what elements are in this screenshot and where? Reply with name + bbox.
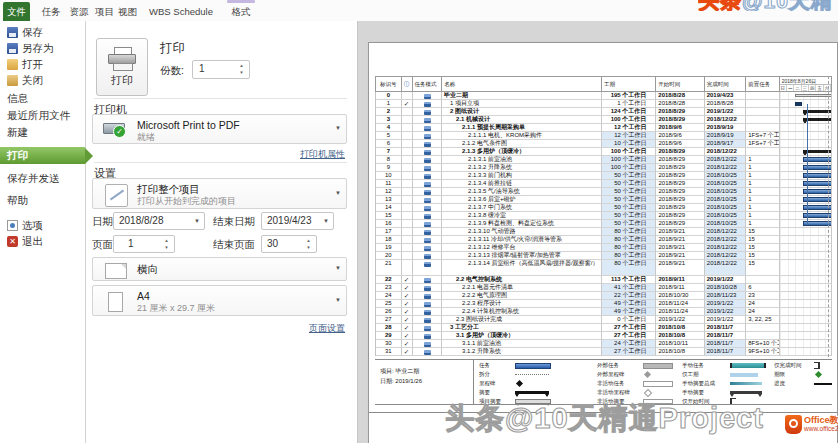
table-row[interactable]: 22 图纸设计124 个工作日2018/8/292019/1/22 xyxy=(375,108,832,116)
task-duration-cell: 80 个工作日 xyxy=(602,260,656,276)
copies-spin-arrows[interactable]: ▲▼ xyxy=(236,62,247,77)
legend-label: 手动摘要总成 xyxy=(682,380,730,387)
sidebar-item-新建[interactable]: 新建 xyxy=(0,124,85,140)
table-row[interactable]: 182.1.3.11 冷却/供气/火帘/润滑等管系80 个工作日2018/9/2… xyxy=(375,236,832,244)
table-row[interactable]: 52.1.1.1 电机、KROM采购件12 个工作日2018/9/62018/9… xyxy=(375,132,832,140)
table-row[interactable]: 31✓3.1.2 升降系统27 个工作日2018/10/82018/11/79F… xyxy=(375,348,832,356)
task-name-cell: 3.1.1 前室油池 xyxy=(442,340,602,348)
table-row[interactable]: 26✓2.2.4 计算机控制系统49 个工作日2018/11/242019/1/… xyxy=(375,308,832,316)
gantt-bar-done xyxy=(795,102,802,106)
task-mode-cell xyxy=(413,228,443,236)
table-row[interactable]: 22✓2.2 电气控制系统113 个工作日2018/9/112019/1/22 xyxy=(375,276,832,284)
task-indicator-cell: ✓ xyxy=(402,348,413,356)
task-indicator-cell: ✓ xyxy=(402,324,413,332)
orientation-selector[interactable]: 横向 ▼ xyxy=(92,257,347,281)
table-row[interactable]: 28✓3 工艺分工27 个工作日2018/10/82018/11/7 xyxy=(375,324,832,332)
table-row[interactable]: 212.1.3.14 后室组件（高低温风扇/搅拌器/观察窗/）80 个工作日20… xyxy=(375,260,832,276)
table-row[interactable]: 42.1.1 预提长周期采购单12 个工作日2018/9/62018/9/19 xyxy=(375,124,832,132)
task-id-cell: 25 xyxy=(376,300,402,308)
table-row[interactable]: 192.1.3.12 维修平台80 个工作日2018/9/212018/12/2… xyxy=(375,244,832,252)
table-row[interactable]: 32.1 机械设计100 个工作日2018/8/292018/12/22 xyxy=(375,116,832,124)
task-duration-cell: 100 个工作日 xyxy=(602,148,656,156)
table-row[interactable]: 172.1.3.10 气动管路80 个工作日2018/9/212018/12/2… xyxy=(375,228,832,236)
tab-任务[interactable]: 任务 xyxy=(38,2,64,21)
task-mode-icon xyxy=(424,342,431,347)
sidebar-item-退出[interactable]: 退出 xyxy=(0,233,85,249)
column-header-完成时间: 完成时间 xyxy=(705,77,746,92)
task-indicator-cell: ✓ xyxy=(402,340,413,348)
sidebar-item-打开[interactable]: 打开 xyxy=(0,56,85,72)
table-row[interactable]: 102.1.3.3 前门机构50 个工作日2018/8/292018/10/25… xyxy=(375,172,832,180)
tab-视图[interactable]: 视图 xyxy=(116,2,139,21)
page-spin-arrows[interactable]: ▲▼ xyxy=(303,237,314,252)
table-row[interactable]: 92.1.3.2 升降系统100 个工作日2018/8/292018/12/22… xyxy=(375,164,832,172)
sidebar-item-另存为[interactable]: 另存为 xyxy=(0,40,85,56)
page-setup-link[interactable]: 页面设置 xyxy=(309,322,345,335)
page-spin-arrows[interactable]: ▲▼ xyxy=(161,237,172,252)
table-row[interactable]: 62.1.2 电气条件图10 个工作日2018/9/62018/9/171FS+… xyxy=(375,140,832,148)
copies-stepper[interactable]: 1 ▲▼ xyxy=(192,60,250,79)
task-id-cell: 31 xyxy=(376,348,402,356)
gantt-row-cell xyxy=(780,300,832,308)
sidebar-item-保存并发送[interactable]: 保存并发送 xyxy=(0,170,85,186)
tab-WBS Schedule Pro[interactable]: WBS Schedule Pro xyxy=(148,2,214,21)
table-row[interactable]: 0毕业二期195 个工作日2018/8/282019/4/23 xyxy=(375,92,832,100)
task-id-cell: 11 xyxy=(376,180,402,188)
table-row[interactable]: 1✓1 项目立项1 个工作日2018/8/282018/8/28 xyxy=(375,100,832,108)
table-row[interactable]: 152.1.3.8 缓冷室50 个工作日2018/8/292018/10/251 xyxy=(375,212,832,220)
sidebar-item-信息[interactable]: 信息 xyxy=(0,90,85,106)
tab-格式[interactable]: 格式 xyxy=(227,2,255,21)
sidebar-item-关闭[interactable]: 关闭 xyxy=(0,72,85,88)
table-row[interactable]: 25✓2.2.3 程序设计49 个工作日2018/11/242019/1/222… xyxy=(375,300,832,308)
info-icon: ⓘ xyxy=(402,77,413,92)
table-row[interactable]: 112.1.3.4 前推拉链50 个工作日2018/8/292018/10/25… xyxy=(375,180,832,188)
task-predecessor-cell xyxy=(746,92,780,100)
table-row[interactable]: 29✓3.1 多用炉（顶缓冷）27 个工作日2018/10/82018/11/7 xyxy=(375,332,832,340)
table-row[interactable]: 132.1.3.6 后室+砌炉50 个工作日2018/8/292018/10/2… xyxy=(375,196,832,204)
table-row[interactable]: 202.1.3.13 排烟罩/辐射管罩/加热管罩80 个工作日2018/9/21… xyxy=(375,252,832,260)
tab-项目[interactable]: 项目 xyxy=(93,2,116,21)
task-name-cell: 2.1.3.2 升降系统 xyxy=(442,164,602,172)
table-row[interactable]: 82.1.3.1 前室油池100 个工作日2018/8/292018/12/22… xyxy=(375,156,832,164)
gantt-row-cell xyxy=(780,140,832,148)
start-date-field[interactable]: 2018/8/28 ▼ xyxy=(113,212,205,230)
copies-value: 1 xyxy=(199,63,205,74)
table-row[interactable]: 72.1.3 多用炉（顶缓冷）100 个工作日2018/8/292018/12/… xyxy=(375,148,832,156)
task-predecessor-cell xyxy=(746,148,780,156)
task-duration-cell: 1 个工作日 xyxy=(602,100,656,108)
task-id-cell: 8 xyxy=(376,156,402,164)
print-button[interactable]: 打印 xyxy=(96,38,148,96)
sidebar-item-选项[interactable]: 选项 xyxy=(0,217,85,233)
end-date-field[interactable]: 2019/4/23 ▼ xyxy=(261,212,334,230)
task-duration-cell: 49 个工作日 xyxy=(602,300,656,308)
task-mode-icon xyxy=(424,230,431,235)
task-mode-cell xyxy=(413,220,443,228)
sidebar-item-打印[interactable]: 打印 xyxy=(0,147,85,164)
printer-properties-link[interactable]: 打印机属性 xyxy=(300,148,345,161)
end-page-stepper[interactable]: 30 ▲▼ xyxy=(261,235,317,253)
tab-资源[interactable]: 资源 xyxy=(66,2,92,21)
task-indicator-cell xyxy=(402,260,413,276)
application-window: 文件任务资源项目视图WBS Schedule Pro格式 头条@10天精通Pro… xyxy=(0,0,838,443)
table-row[interactable]: 122.1.3.5 气/油导系统50 个工作日2018/8/292018/10/… xyxy=(375,188,832,196)
sidebar-item-保存[interactable]: 保存 xyxy=(0,24,85,40)
table-row[interactable]: 142.1.3.7 中门系统50 个工作日2018/8/292018/10/25… xyxy=(375,204,832,212)
table-row[interactable]: 23✓2.2.1 电器元件清单41 个工作日2018/9/112018/10/2… xyxy=(375,284,832,292)
start-page-stepper[interactable]: 1 ▲▼ xyxy=(113,235,175,253)
sidebar-item-最近所用文件[interactable]: 最近所用文件 xyxy=(0,107,85,123)
legend-entry: 非活动任务 xyxy=(597,379,681,388)
printer-selector[interactable]: Microsoft Print to PDF 就绪 ▼ xyxy=(92,114,347,144)
print-scope-selector[interactable]: 打印整个项目 打印从开始到完成的项目 ▼ xyxy=(92,178,347,209)
task-mode-cell xyxy=(413,124,443,132)
table-row[interactable]: 162.1.3.9 料盘检测、料盘定位系统50 个工作日2018/8/29201… xyxy=(375,220,832,228)
task-duration-cell: 100 个工作日 xyxy=(602,156,656,164)
table-row[interactable]: 27✓2.3 图纸设计完成0 个工作日2019/1/222019/1/223, … xyxy=(375,316,832,324)
table-row[interactable]: 24✓2.2.2 电气原理图22 个工作日2018/10/302018/11/2… xyxy=(375,292,832,300)
task-name-cell: 2.1.3.12 维修平台 xyxy=(442,244,602,252)
task-predecessor-cell: 3, 22, 25 xyxy=(746,316,780,324)
table-row[interactable]: 30✓3.1.1 前室油池24 个工作日2018/10/112018/11/78… xyxy=(375,340,832,348)
sidebar-item-帮助[interactable]: 帮助 xyxy=(0,192,85,208)
paper-size-selector[interactable]: A4 21 厘米 x 29.7 厘米 ▼ xyxy=(92,285,347,316)
tab-文件[interactable]: 文件 xyxy=(3,2,30,21)
task-indicator-cell xyxy=(402,180,413,188)
